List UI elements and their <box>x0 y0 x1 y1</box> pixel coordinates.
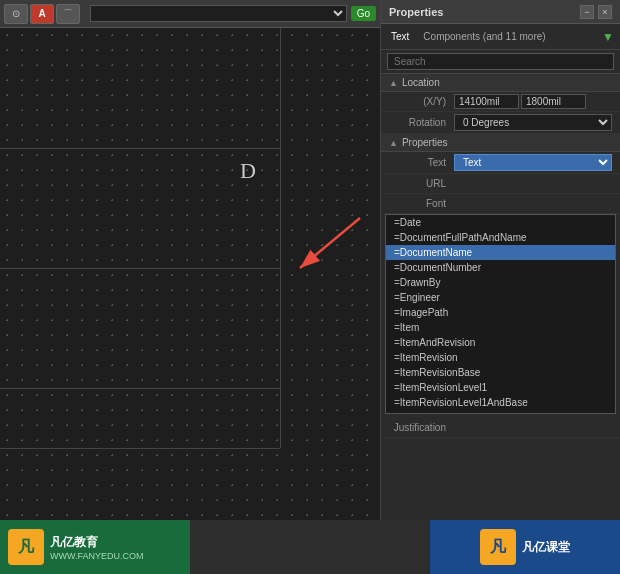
panel-tabs: Text Components (and 11 more) ▼ <box>381 24 620 50</box>
text-select[interactable]: Text <box>454 154 612 171</box>
dropdown-item[interactable]: =DocumentNumber <box>386 260 615 275</box>
tab-components[interactable]: Components (and 11 more) <box>419 29 549 44</box>
tab-text[interactable]: Text <box>387 29 413 44</box>
panel-title: Properties <box>389 6 443 18</box>
watermark-left-brand: 凡亿教育 <box>50 534 144 551</box>
search-input[interactable] <box>387 53 614 70</box>
dropdown-list[interactable]: =Date=DocumentFullPathAndName=DocumentNa… <box>385 214 616 414</box>
text-label: Text <box>389 157 454 168</box>
canvas-line-4 <box>0 448 280 449</box>
watermark-left-logo: 凡 <box>8 529 44 565</box>
toolbar-select[interactable] <box>90 5 347 22</box>
dropdown-container: Font =Date=DocumentFullPathAndName=Docum… <box>381 194 620 414</box>
justification-row: Justification <box>381 418 620 438</box>
properties-panel: Properties − × Text Components (and 11 m… <box>380 0 620 520</box>
panel-pin-btn[interactable]: − <box>580 5 594 19</box>
xy-row: (X/Y) <box>381 92 620 112</box>
rotation-label: Rotation <box>389 117 454 128</box>
canvas-area: ⊙ A ⌒ Go D <box>0 0 380 520</box>
canvas-vline <box>280 28 281 448</box>
red-arrow-svg <box>280 208 380 288</box>
location-section-header: ▲ Location <box>381 74 620 92</box>
font-label: Font <box>389 198 454 209</box>
dropdown-item[interactable]: =DocumentName <box>386 245 615 260</box>
dropdown-item[interactable]: =Item <box>386 320 615 335</box>
dropdown-item[interactable]: =ItemRevisionLevel1AndBase <box>386 395 615 410</box>
dropdown-item[interactable]: =ItemRevisionBase <box>386 365 615 380</box>
dropdown-item[interactable]: =DocumentFullPathAndName <box>386 230 615 245</box>
canvas-line-3 <box>0 388 280 389</box>
toolbar-strip: ⊙ A ⌒ Go <box>0 0 380 28</box>
properties-label: Properties <box>402 137 448 148</box>
tool-btn-3[interactable]: ⌒ <box>56 4 80 24</box>
watermark-right: 凡 凡亿课堂 <box>430 520 620 574</box>
dropdown-items: =Date=DocumentFullPathAndName=DocumentNa… <box>386 215 615 414</box>
dropdown-item[interactable]: =ImagePath <box>386 305 615 320</box>
dropdown-item[interactable]: =ItemRevisionLevel2 <box>386 410 615 414</box>
justification-label: Justification <box>389 422 454 433</box>
watermark-right-brand: 凡亿课堂 <box>522 539 570 556</box>
dropdown-item[interactable]: =DrawnBy <box>386 275 615 290</box>
properties-arrow-icon: ▲ <box>389 138 398 148</box>
url-label: URL <box>389 178 454 189</box>
red-arrow-container <box>280 208 380 290</box>
dropdown-item[interactable]: =ItemRevisionLevel1 <box>386 380 615 395</box>
canvas-d-letter: D <box>240 158 256 184</box>
canvas-line-2 <box>0 268 280 269</box>
tool-btn-1[interactable]: ⊙ <box>4 4 28 24</box>
dropdown-item[interactable]: =Engineer <box>386 290 615 305</box>
dropdown-item[interactable]: =ItemAndRevision <box>386 335 615 350</box>
watermark-left-text: 凡亿教育 WWW.FANYEDU.COM <box>50 534 144 561</box>
text-row: Text Text <box>381 152 620 174</box>
dropdown-item[interactable]: =ItemRevision <box>386 350 615 365</box>
url-row: URL <box>381 174 620 194</box>
panel-controls: − × <box>580 5 612 19</box>
dropdown-item[interactable]: =Date <box>386 215 615 230</box>
watermark-left: 凡 凡亿教育 WWW.FANYEDU.COM <box>0 520 190 574</box>
x-input[interactable] <box>454 94 519 109</box>
panel-header: Properties − × <box>381 0 620 24</box>
go-button[interactable]: Go <box>351 6 376 21</box>
xy-label: (X/Y) <box>389 96 454 107</box>
location-label: Location <box>402 77 440 88</box>
filter-icon[interactable]: ▼ <box>602 30 614 44</box>
canvas-line-1 <box>0 148 280 149</box>
watermark-left-sub: WWW.FANYEDU.COM <box>50 551 144 561</box>
svg-line-1 <box>300 218 360 268</box>
font-row: Font <box>381 194 620 214</box>
rotation-row: Rotation 0 Degrees <box>381 112 620 134</box>
rotation-select[interactable]: 0 Degrees <box>454 114 612 131</box>
drawing-canvas: D <box>0 28 380 520</box>
y-input[interactable] <box>521 94 586 109</box>
search-bar <box>381 50 620 74</box>
tool-btn-2[interactable]: A <box>30 4 54 24</box>
location-arrow-icon: ▲ <box>389 78 398 88</box>
properties-section-header: ▲ Properties <box>381 134 620 152</box>
panel-close-btn[interactable]: × <box>598 5 612 19</box>
watermark-right-logo: 凡 <box>480 529 516 565</box>
